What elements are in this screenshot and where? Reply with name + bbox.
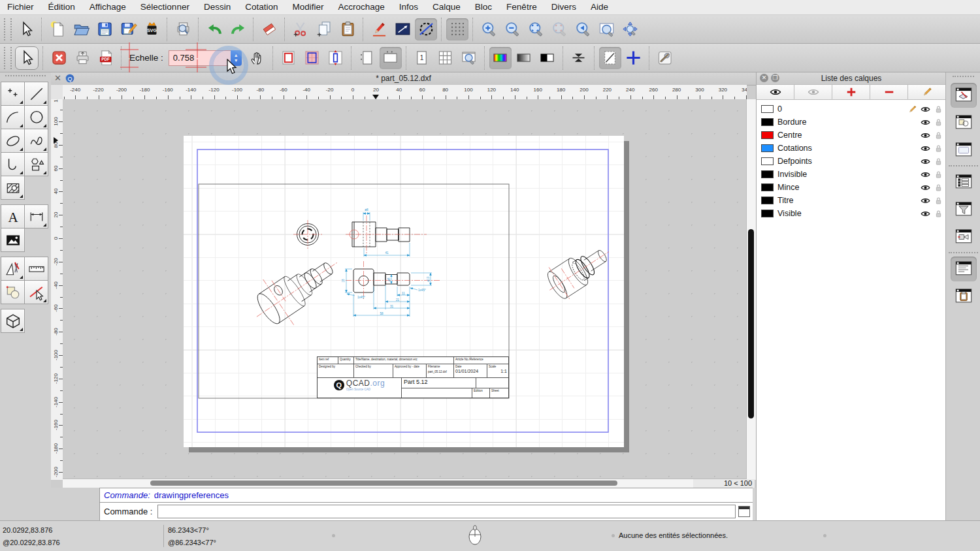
new-file-button[interactable]	[46, 18, 69, 40]
shape-tools-button[interactable]	[24, 152, 48, 176]
save-as-button[interactable]	[117, 18, 139, 40]
layer-visibility-eye-icon[interactable]	[920, 169, 931, 180]
portrait-button[interactable]	[356, 47, 378, 69]
menu-calque[interactable]: Calque	[425, 0, 468, 14]
layer-row-mince[interactable]: Mince	[757, 181, 946, 194]
layer-visibility-eye-icon[interactable]	[920, 156, 931, 166]
horizontal-scrollbar-thumb[interactable]	[150, 480, 617, 486]
property-editor-panel-button[interactable]	[951, 170, 977, 195]
zoom-in-button[interactable]	[478, 18, 500, 40]
pan-button[interactable]	[619, 18, 641, 40]
undo-button[interactable]	[203, 18, 225, 40]
layer-visibility-eye-icon[interactable]	[920, 143, 931, 153]
grid-toggle-button[interactable]	[446, 18, 468, 40]
layer-color-swatch[interactable]	[761, 170, 774, 178]
layer-lock-icon[interactable]	[933, 169, 944, 180]
layer-lock-icon[interactable]	[933, 117, 944, 127]
layer-row-cotations[interactable]: Cotations	[757, 142, 946, 155]
layer-lock-icon[interactable]	[933, 130, 944, 140]
layer-visibility-eye-icon[interactable]	[920, 130, 931, 140]
layer-row-invisible[interactable]: Invisible	[757, 168, 946, 181]
auto-fit-page-button[interactable]	[325, 47, 347, 69]
zoom-auto-button[interactable]	[525, 18, 547, 40]
toolbar-drag-handle[interactable]	[4, 47, 12, 69]
menu-cotation[interactable]: Cotation	[238, 0, 285, 14]
selection-filter-panel-button[interactable]	[951, 197, 977, 222]
toolbar-drag-handle[interactable]	[4, 18, 12, 40]
menu-modifier[interactable]: Modifier	[285, 0, 331, 14]
zoom-window-button[interactable]	[595, 18, 617, 40]
grayscale-button[interactable]	[513, 47, 535, 69]
crosshair-button[interactable]	[623, 47, 645, 69]
layer-lock-icon[interactable]	[933, 156, 944, 166]
menu-accrochage[interactable]: Accrochage	[331, 0, 391, 14]
command-panel-button[interactable]	[951, 225, 977, 249]
hatch-tool-button[interactable]	[1, 176, 25, 200]
layer-row-bordure[interactable]: Bordure	[757, 116, 946, 129]
delete-button[interactable]	[258, 18, 280, 40]
layer-lock-icon[interactable]	[933, 208, 944, 219]
measure-tools-button[interactable]	[24, 257, 48, 281]
command-history-panel-button[interactable]	[951, 257, 977, 281]
point-tools-button[interactable]	[1, 82, 25, 106]
menu-dessin[interactable]: Dessin	[197, 0, 238, 14]
scale-stepper[interactable]: ▲▼	[231, 50, 242, 66]
multi-page-button[interactable]	[434, 47, 457, 69]
layer-visibility-eye-icon[interactable]	[920, 208, 931, 219]
library-browser-panel-button[interactable]	[951, 138, 977, 163]
menu-affichage[interactable]: Affichage	[82, 0, 133, 14]
horizontal-scrollbar[interactable]	[63, 479, 747, 488]
command-input[interactable]	[157, 505, 736, 518]
layer-row-defpoints[interactable]: Defpoints	[757, 155, 946, 168]
layer-color-swatch[interactable]	[761, 131, 774, 139]
layer-panel-titlebar[interactable]: ✕ ❐ Liste des calques	[757, 72, 946, 85]
layer-row-centre[interactable]: Centre	[757, 129, 946, 142]
command-panel-toggle-button[interactable]	[738, 506, 750, 517]
layer-lock-icon[interactable]	[933, 104, 944, 114]
menu-divers[interactable]: Divers	[544, 0, 583, 14]
layer-color-swatch[interactable]	[761, 105, 774, 113]
draw-pencil-button[interactable]	[368, 18, 390, 40]
layer-lock-icon[interactable]	[933, 182, 944, 193]
strip-drag-handle[interactable]	[953, 76, 974, 80]
open-file-button[interactable]	[70, 18, 92, 40]
line-tools-button[interactable]	[24, 82, 48, 106]
selection-tool-button[interactable]	[15, 18, 37, 40]
page-border-button[interactable]	[278, 47, 300, 69]
text-tool-button[interactable]: A	[1, 204, 25, 228]
menu-aide[interactable]: Aide	[583, 0, 615, 14]
image-tool-button[interactable]	[1, 228, 25, 252]
solid-tools-button[interactable]	[1, 309, 25, 333]
layer-row-visible[interactable]: Visible	[757, 207, 946, 220]
polyline-tools-button[interactable]	[1, 152, 25, 176]
layer-row-0[interactable]: 0	[757, 102, 946, 116]
misc-draw-tools-button[interactable]	[1, 257, 25, 281]
single-page-button[interactable]: 1	[411, 47, 433, 69]
spline-tools-button[interactable]	[24, 129, 48, 153]
redo-button[interactable]	[227, 18, 249, 40]
draft-mode-button[interactable]	[599, 47, 621, 69]
pan-hand-button[interactable]	[246, 47, 269, 69]
layer-visibility-eye-icon[interactable]	[920, 195, 931, 206]
layer-color-swatch[interactable]	[761, 197, 774, 204]
pdf-export-button[interactable]: PDF	[95, 47, 117, 69]
vertical-scrollbar[interactable]	[746, 99, 756, 480]
block-tools-button[interactable]	[1, 280, 25, 304]
svg-export-button[interactable]: SVG	[140, 18, 163, 40]
paper-frame-button[interactable]	[301, 47, 323, 69]
show-all-layers-button[interactable]	[757, 84, 794, 100]
scale-input[interactable]	[169, 50, 231, 66]
panel-close-icon[interactable]: ✕	[760, 74, 768, 82]
save-button[interactable]	[93, 18, 116, 40]
zoom-out-button[interactable]	[501, 18, 523, 40]
full-color-button[interactable]	[489, 47, 512, 69]
layer-color-swatch[interactable]	[761, 183, 774, 191]
edit-layer-button[interactable]	[908, 84, 946, 100]
block-list-panel-button[interactable]	[951, 110, 977, 135]
black-white-button[interactable]	[536, 47, 559, 69]
palette-drag-handle[interactable]	[5, 75, 46, 80]
landscape-button[interactable]	[380, 47, 402, 69]
layer-lock-icon[interactable]	[933, 143, 944, 153]
zoom-selection-button[interactable]	[548, 18, 570, 40]
layer-visibility-eye-icon[interactable]	[920, 117, 931, 127]
